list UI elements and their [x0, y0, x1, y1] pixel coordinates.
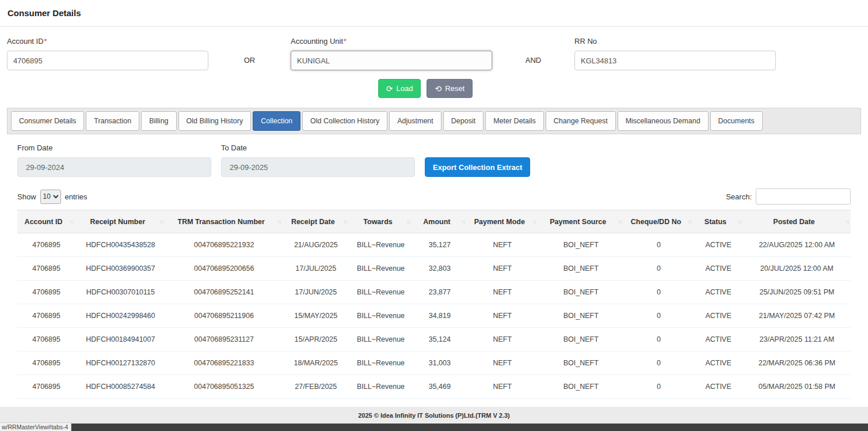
table-cell: 23,877 — [413, 281, 467, 304]
rr-no-label: RR No — [574, 37, 776, 46]
account-id-group: Account ID* — [7, 37, 208, 70]
rr-no-input[interactable] — [574, 51, 776, 70]
account-id-input[interactable] — [7, 51, 208, 70]
table-cell: BOI_NEFT — [538, 281, 624, 304]
table-cell: HDFCH00435438528 — [75, 233, 165, 257]
collection-filters: From Date To Date Export Collection Extr… — [17, 143, 851, 177]
tab-deposit[interactable]: Deposit — [443, 111, 484, 131]
column-label: Receipt Number — [90, 218, 145, 226]
table-cell: 4706895 — [17, 328, 75, 351]
tab-miscellaneous-demand[interactable]: Miscellaneous Demand — [618, 111, 709, 131]
tab-documents[interactable]: Documents — [710, 111, 763, 131]
footer-copyright: 2025 © Idea Infinity IT Solutions (P)Ltd… — [358, 412, 510, 419]
search-input[interactable] — [756, 188, 851, 205]
column-header-receipt-date[interactable]: Receipt Date↑↓ — [283, 210, 349, 233]
accounting-unit-input[interactable] — [291, 51, 492, 70]
to-date-group: To Date — [221, 143, 415, 177]
table-cell: ACTIVE — [694, 304, 743, 328]
column-label: Towards — [363, 218, 392, 226]
sort-icon: ↑↓ — [688, 219, 692, 225]
table-cell: BOI_NEFT — [538, 233, 624, 257]
to-date-input[interactable] — [221, 157, 415, 177]
load-button-label: Load — [397, 84, 413, 93]
tab-old-billing-history[interactable]: Old Billing History — [178, 111, 252, 131]
column-header-status[interactable]: Status↑↓ — [694, 210, 743, 233]
spinner-icon: ⟳ — [386, 85, 393, 93]
from-date-group: From Date — [17, 143, 211, 177]
table-cell: 17/JUN/2025 — [283, 281, 349, 304]
column-header-payment-mode[interactable]: Payment Mode↑↓ — [467, 210, 538, 233]
table-cell: 35,124 — [413, 328, 467, 351]
sort-icon: ↑↓ — [532, 219, 536, 225]
table-cell: BILL~Revenue — [349, 233, 413, 257]
tab-consumer-details[interactable]: Consumer Details — [11, 111, 84, 131]
table-cell: 0 — [624, 281, 694, 304]
table-cell: BILL~Revenue — [349, 281, 413, 304]
table-cell: 0 — [624, 328, 694, 351]
status-url: w/RRMasterView#tabs-4 — [0, 422, 71, 431]
reset-button[interactable]: ⟲ Reset — [427, 79, 473, 98]
sort-icon: ↑↓ — [461, 219, 465, 225]
table-cell: 27/FEB/2025 — [283, 375, 349, 399]
table-row: 4706895HDFCH0012713287000470689522183318… — [17, 351, 851, 375]
column-label: Status — [705, 218, 726, 226]
table-controls: Show 10 entries Search: — [17, 188, 851, 205]
column-header-receipt-number[interactable]: Receipt Number↑↓ — [75, 210, 165, 233]
table-cell: 004706895231127 — [165, 328, 283, 351]
sort-icon: ↑↓ — [737, 219, 741, 225]
reset-button-label: Reset — [445, 84, 465, 93]
tab-change-request[interactable]: Change Request — [546, 111, 616, 131]
export-collection-extract-button[interactable]: Export Collection Extract — [425, 157, 530, 177]
sort-icon: ↑↓ — [277, 219, 281, 225]
sort-icon: ↑↓ — [618, 219, 622, 225]
tab-billing[interactable]: Billing — [141, 111, 176, 131]
from-date-input[interactable] — [17, 157, 211, 177]
column-header-amount[interactable]: Amount↑↓ — [413, 210, 467, 233]
tab-collection[interactable]: Collection — [253, 111, 300, 131]
entries-label: entries — [65, 192, 87, 201]
column-label: Amount — [423, 218, 450, 226]
column-header-payment-source[interactable]: Payment Source↑↓ — [538, 210, 624, 233]
page-size-select[interactable]: 10 — [40, 190, 61, 204]
table-cell: 22/MAR/2025 06:36 PM — [743, 351, 851, 375]
table-cell: BILL~Revenue — [349, 375, 413, 399]
load-button[interactable]: ⟳ Load — [378, 79, 421, 98]
sort-icon: ↑↓ — [70, 219, 74, 225]
or-separator: OR — [208, 51, 291, 70]
table-cell: 21/AUG/2025 — [283, 233, 349, 257]
table-cell: 0 — [624, 257, 694, 281]
rr-no-label-text: RR No — [574, 37, 597, 46]
tab-transaction[interactable]: Transaction — [86, 111, 139, 131]
column-label: Cheque/DD No — [631, 218, 682, 226]
table-cell: HDFCH00307010115 — [75, 281, 165, 304]
table-cell: BILL~Revenue — [349, 257, 413, 281]
table-cell: NEFT — [467, 233, 538, 257]
bottom-bar — [0, 424, 868, 431]
table-cell: BOI_NEFT — [538, 257, 624, 281]
column-label: Payment Source — [550, 218, 606, 226]
table-cell: 004706895051325 — [165, 375, 283, 399]
table-cell: 0 — [624, 375, 694, 399]
table-cell: 20/JUL/2025 12:00 AM — [743, 257, 851, 281]
table-row: 4706895HDFCH0043543852800470689522193221… — [17, 233, 851, 257]
search-control: Search: — [726, 188, 851, 205]
column-header-cheque-dd-no[interactable]: Cheque/DD No↑↓ — [624, 210, 694, 233]
tab-adjustment[interactable]: Adjustment — [389, 111, 441, 131]
table-cell: 32,803 — [413, 257, 467, 281]
table-head: Account ID↑↓Receipt Number↑↓TRM Transact… — [17, 210, 851, 233]
column-header-account-id[interactable]: Account ID↑↓ — [17, 210, 75, 233]
column-header-trm-transaction-number[interactable]: TRM Transaction Number↑↓ — [165, 210, 283, 233]
column-header-towards[interactable]: Towards↑↓ — [349, 210, 413, 233]
column-header-posted-date[interactable]: Posted Date↑↓ — [743, 210, 851, 233]
table-cell: HDFCH00085274584 — [75, 375, 165, 399]
tab-meter-details[interactable]: Meter Details — [485, 111, 544, 131]
column-label: Receipt Date — [291, 218, 335, 226]
column-label: Posted Date — [773, 218, 814, 226]
collection-panel: From Date To Date Export Collection Extr… — [0, 143, 868, 399]
table-cell: NEFT — [467, 257, 538, 281]
table-row: 4706895HDFCH0036990035700470689520065617… — [17, 257, 851, 281]
table-cell: ACTIVE — [694, 281, 743, 304]
table-cell: 004706895221833 — [165, 351, 283, 375]
tab-old-collection-history[interactable]: Old Collection History — [302, 111, 387, 131]
table-cell: HDFCH00127132870 — [75, 351, 165, 375]
